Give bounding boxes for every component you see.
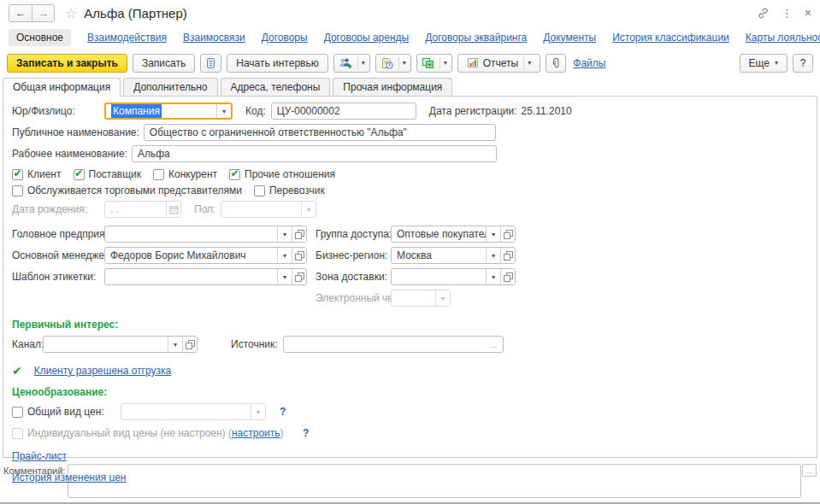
price-list-link[interactable]: Прайс-лист: [12, 450, 67, 462]
public-name-input[interactable]: Общество с ограниченной ответственностью…: [144, 124, 496, 141]
open-button[interactable]: [500, 248, 515, 263]
open-button[interactable]: [182, 337, 197, 352]
attach-file-button[interactable]: [546, 54, 566, 73]
paperclip-icon: [551, 57, 561, 69]
nav-item-lease-contracts[interactable]: Договоры аренды: [324, 32, 410, 44]
tasks-menu-button[interactable]: ▾: [375, 54, 411, 73]
sales-rep-checkbox[interactable]: [12, 185, 23, 196]
calendar-icon: [166, 202, 180, 217]
copy-menu-button[interactable]: ▾: [416, 54, 452, 73]
nav-item-loyalty-cards[interactable]: Карты лояльности: [746, 32, 820, 44]
open-button[interactable]: [292, 269, 306, 284]
open-button[interactable]: [500, 269, 515, 284]
shipment-allowed-link[interactable]: Клиенту разрешена отгрузка: [34, 365, 171, 377]
tab-addresses[interactable]: Адреса, телефоны: [221, 78, 331, 96]
other-relations-label: Прочие отношения: [245, 168, 335, 180]
section-navbar: Основное Взаимодействия Взаимосвязи Дого…: [0, 26, 820, 49]
general-info-panel: Юр/Физлицо: Компания ▾ Код: ЦУ-00000002 …: [3, 96, 817, 458]
supplier-checkbox[interactable]: [74, 169, 85, 180]
region-combo[interactable]: Москва ▾: [391, 247, 516, 264]
label-template-value: [105, 269, 277, 284]
page-tabs: Общая информация Дополнительно Адреса, т…: [0, 77, 820, 96]
dropdown-arrow-button[interactable]: ▾: [277, 269, 292, 284]
tab-other-info[interactable]: Прочая информация: [333, 78, 452, 96]
birth-date-input: . .: [104, 201, 181, 218]
close-icon[interactable]: ×: [805, 6, 811, 20]
files-link[interactable]: Файлы: [573, 57, 605, 69]
manager-value: Федоров Борис Михайлович: [105, 248, 277, 263]
dropdown-arrow-button[interactable]: ▾: [486, 248, 500, 263]
history-buttons: ← →: [9, 4, 55, 22]
dropdown-arrow-button[interactable]: ▾: [216, 104, 231, 118]
back-button[interactable]: ←: [9, 5, 32, 21]
public-name-value: Общество с ограниченной ответственностью…: [150, 126, 407, 138]
access-group-combo[interactable]: Оптовые покупатели ▾: [391, 226, 516, 243]
e-receipt-combo: ▾: [391, 290, 451, 307]
label-template-combo[interactable]: ▾: [104, 268, 307, 285]
nav-item-acquiring-contracts[interactable]: Договоры эквайринга: [425, 32, 527, 44]
competitor-checkbox[interactable]: [153, 169, 164, 180]
configure-link[interactable]: настроить: [232, 427, 280, 439]
sales-rep-label: Обслуживается торговыми представителями: [27, 185, 242, 196]
open-button[interactable]: [292, 248, 306, 263]
dropdown-arrow-button[interactable]: ▾: [277, 226, 292, 242]
head-company-combo[interactable]: ▾: [104, 226, 307, 243]
dossier-button[interactable]: [200, 54, 221, 73]
delivery-zone-combo[interactable]: ▾: [391, 268, 516, 285]
start-interview-button[interactable]: Начать интервью: [227, 54, 328, 73]
copy-link-icon[interactable]: [757, 7, 770, 20]
dropdown-arrow-button[interactable]: ▾: [486, 226, 500, 242]
nav-item-main[interactable]: Основное: [9, 29, 71, 46]
chevron-down-icon: ▾: [523, 57, 531, 69]
competitor-label: Конкурент: [168, 168, 217, 180]
nav-item-interactions[interactable]: Взаимодействия: [87, 32, 167, 44]
ellipsis-button[interactable]: ...: [489, 339, 497, 349]
more-label: Еще: [749, 57, 770, 69]
dossier-icon: [205, 57, 216, 69]
tab-additional[interactable]: Дополнительно: [123, 78, 217, 96]
dropdown-arrow-button[interactable]: ▾: [168, 337, 182, 352]
code-input[interactable]: ЦУ-00000002: [271, 103, 416, 120]
chevron-down-icon: ▾: [398, 57, 406, 69]
add-contact-menu-button[interactable]: ▾: [333, 54, 370, 73]
manager-combo[interactable]: Федоров Борис Михайлович ▾: [104, 247, 307, 264]
save-and-close-button[interactable]: Записать и закрыть: [7, 54, 127, 73]
channel-combo[interactable]: ▾: [43, 336, 198, 353]
individual-price-help[interactable]: ?: [303, 427, 309, 439]
forward-button[interactable]: →: [32, 5, 54, 21]
green-check-icon: ✔: [12, 364, 22, 378]
region-value: Москва: [392, 248, 486, 263]
supplier-label: Поставщик: [89, 168, 142, 180]
favorite-star-icon[interactable]: ☆: [65, 5, 77, 21]
save-button[interactable]: Записать: [133, 54, 195, 73]
entity-type-combo[interactable]: Компания ▾: [104, 103, 233, 120]
report-chart-icon: [467, 57, 479, 68]
form-toolbar: Записать и закрыть Записать Начать интер…: [0, 49, 820, 77]
chevron-down-icon: ▾: [775, 57, 778, 69]
dropdown-arrow-button[interactable]: ▾: [486, 269, 500, 284]
common-price-combo: ▾: [121, 403, 266, 420]
open-button[interactable]: [292, 226, 306, 242]
work-name-input[interactable]: Альфа: [132, 145, 497, 162]
price-history-link[interactable]: История изменения цен: [12, 472, 127, 483]
forward-arrow-icon: →: [38, 7, 49, 20]
nav-item-classification-history[interactable]: История классификации: [612, 32, 729, 44]
dropdown-arrow-button[interactable]: ▾: [277, 248, 292, 263]
nav-item-contracts[interactable]: Договоры: [262, 32, 308, 44]
common-price-checkbox[interactable]: [12, 407, 23, 418]
tab-general-info[interactable]: Общая информация: [3, 78, 121, 97]
other-relations-checkbox[interactable]: [229, 169, 240, 180]
carrier-checkbox[interactable]: [254, 185, 265, 196]
kebab-menu-icon[interactable]: ⋮: [782, 7, 793, 20]
source-input[interactable]: ...: [283, 336, 504, 353]
client-checkbox[interactable]: [12, 169, 23, 180]
common-price-help[interactable]: ?: [280, 406, 286, 418]
reports-menu-button[interactable]: Отчеты ▾: [457, 54, 541, 73]
nav-item-documents[interactable]: Документы: [543, 32, 596, 44]
gender-label: Пол:: [194, 203, 215, 215]
help-button[interactable]: ?: [793, 54, 813, 73]
carrier-label: Перевозчик: [269, 185, 325, 196]
nav-item-relations[interactable]: Взаимосвязи: [183, 32, 245, 44]
more-button[interactable]: Еще ▾: [740, 54, 788, 73]
open-button[interactable]: [500, 226, 515, 242]
